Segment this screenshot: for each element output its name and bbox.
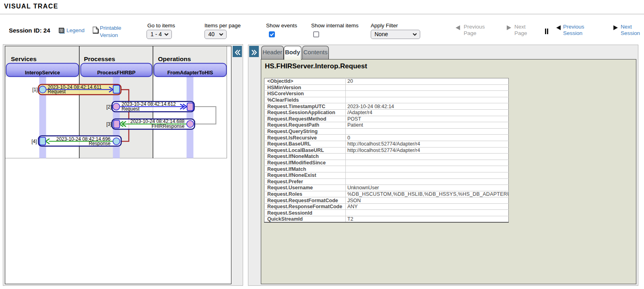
svg-text:[4]: [4] [31,139,37,144]
svg-text:Processes: Processes [84,55,115,62]
svg-text:Request: Request [47,89,66,94]
svg-text:InteropService: InteropService [25,70,60,76]
svg-text:Operations: Operations [158,55,191,62]
svg-text:[2]: [2] [106,104,111,110]
svg-text:Request: Request [122,106,140,112]
svg-text:FromAdapterToHIS: FromAdapterToHIS [167,70,213,76]
svg-text:Services: Services [11,55,37,62]
svg-text:[1]: [1] [32,87,37,92]
svg-text:[3]: [3] [106,121,111,127]
svg-text:ProcessFHIRBP: ProcessFHIRBP [97,70,135,76]
svg-text:Response: Response [89,141,110,146]
svg-text:FHIRResponse: FHIRResponse [151,123,184,129]
